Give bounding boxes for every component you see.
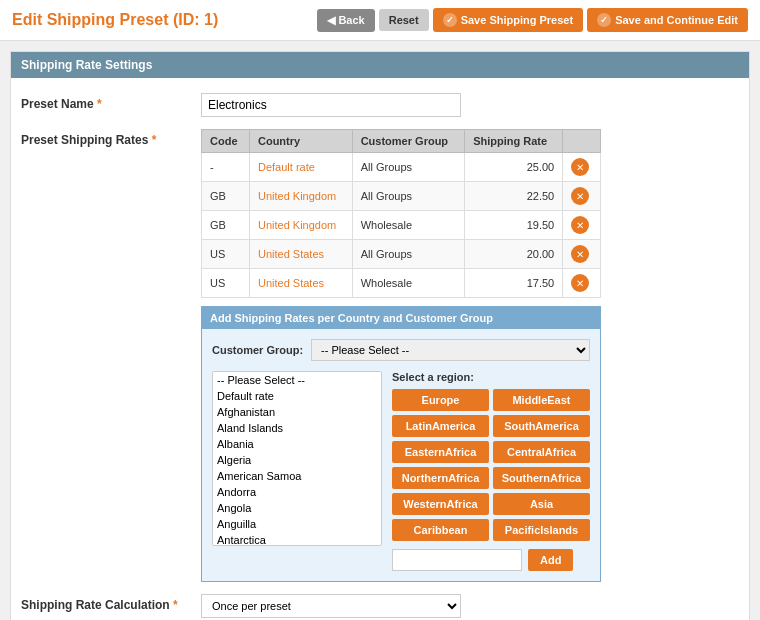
check-icon: ✓: [443, 13, 457, 27]
col-header-country: Country: [249, 130, 352, 153]
main-content: Shipping Rate Settings Preset Name * Pre…: [0, 41, 760, 620]
rate-delete-cell: ✕: [563, 211, 601, 240]
required-star-3: *: [173, 598, 178, 612]
add-rates-title: Add Shipping Rates per Country and Custo…: [202, 307, 600, 329]
rates-table-header-row: Code Country Customer Group Shipping Rat…: [202, 130, 601, 153]
country-list[interactable]: -- Please Select --Default rateAfghanist…: [212, 371, 382, 546]
required-star: *: [97, 97, 102, 111]
shipping-rate-settings-section: Shipping Rate Settings Preset Name * Pre…: [10, 51, 750, 620]
rate-country: Default rate: [249, 153, 352, 182]
region-button[interactable]: EasternAfrica: [392, 441, 489, 463]
rate-country-link[interactable]: Default rate: [258, 161, 315, 173]
rate-country-link[interactable]: United States: [258, 248, 324, 260]
rate-country: United States: [249, 240, 352, 269]
preset-shipping-rates-row: Preset Shipping Rates * Code Country Cus…: [21, 129, 739, 582]
save-shipping-preset-button[interactable]: ✓ Save Shipping Preset: [433, 8, 583, 32]
add-rates-box: Add Shipping Rates per Country and Custo…: [201, 306, 601, 582]
country-region-row: -- Please Select --Default rateAfghanist…: [212, 371, 590, 571]
rate-delete-cell: ✕: [563, 269, 601, 298]
back-icon: ◀: [327, 14, 335, 26]
preset-shipping-rates-label: Preset Shipping Rates *: [21, 129, 201, 147]
region-button[interactable]: Caribbean: [392, 519, 489, 541]
table-row: GB United Kingdom All Groups 22.50 ✕: [202, 182, 601, 211]
region-button[interactable]: LatinAmerica: [392, 415, 489, 437]
add-rate-button[interactable]: Add: [528, 549, 573, 571]
rate-input-row: Add: [392, 549, 590, 571]
region-wrap: Select a region: EuropeMiddleEastLatinAm…: [392, 371, 590, 571]
rate-value: 20.00: [465, 240, 563, 269]
country-list-wrap: -- Please Select --Default rateAfghanist…: [212, 371, 382, 571]
rate-country: United Kingdom: [249, 211, 352, 240]
header-buttons: ◀ Back Reset ✓ Save Shipping Preset ✓ Sa…: [317, 8, 748, 32]
rate-group: Wholesale: [352, 211, 465, 240]
rate-value: 17.50: [465, 269, 563, 298]
rate-group: All Groups: [352, 182, 465, 211]
col-header-shipping-rate: Shipping Rate: [465, 130, 563, 153]
table-row: - Default rate All Groups 25.00 ✕: [202, 153, 601, 182]
rate-code: GB: [202, 182, 250, 211]
delete-rate-button[interactable]: ✕: [571, 274, 589, 292]
customer-group-select[interactable]: -- Please Select --All GroupsWholesaleRe…: [311, 339, 590, 361]
rate-delete-cell: ✕: [563, 153, 601, 182]
region-button[interactable]: NorthernAfrica: [392, 467, 489, 489]
region-button[interactable]: SouthernAfrica: [493, 467, 590, 489]
delete-rate-button[interactable]: ✕: [571, 216, 589, 234]
rate-code: US: [202, 240, 250, 269]
col-header-customer-group: Customer Group: [352, 130, 465, 153]
region-buttons-grid: EuropeMiddleEastLatinAmericaSouthAmerica…: [392, 389, 590, 541]
rate-value: 22.50: [465, 182, 563, 211]
shipping-rates-wrap: Code Country Customer Group Shipping Rat…: [201, 129, 739, 582]
save-continue-edit-button[interactable]: ✓ Save and Continue Edit: [587, 8, 748, 32]
page-header: Edit Shipping Preset (ID: 1) ◀ Back Rese…: [0, 0, 760, 41]
rate-country-link[interactable]: United Kingdom: [258, 190, 336, 202]
table-row: GB United Kingdom Wholesale 19.50 ✕: [202, 211, 601, 240]
rate-code: GB: [202, 211, 250, 240]
table-row: US United States All Groups 20.00 ✕: [202, 240, 601, 269]
region-button[interactable]: WesternAfrica: [392, 493, 489, 515]
delete-rate-button[interactable]: ✕: [571, 245, 589, 263]
section-header: Shipping Rate Settings: [11, 52, 749, 78]
region-button[interactable]: Asia: [493, 493, 590, 515]
region-button[interactable]: Europe: [392, 389, 489, 411]
rate-country-link[interactable]: United States: [258, 277, 324, 289]
reset-button[interactable]: Reset: [379, 9, 429, 31]
rate-input[interactable]: [392, 549, 522, 571]
delete-rate-button[interactable]: ✕: [571, 158, 589, 176]
region-title: Select a region:: [392, 371, 590, 383]
check-icon-2: ✓: [597, 13, 611, 27]
delete-rate-button[interactable]: ✕: [571, 187, 589, 205]
rates-table: Code Country Customer Group Shipping Rat…: [201, 129, 601, 298]
rate-code: US: [202, 269, 250, 298]
rate-group: All Groups: [352, 153, 465, 182]
section-body: Preset Name * Preset Shipping Rates *: [11, 78, 749, 620]
rate-code: -: [202, 153, 250, 182]
table-row: US United States Wholesale 17.50 ✕: [202, 269, 601, 298]
col-header-code: Code: [202, 130, 250, 153]
rate-group: Wholesale: [352, 269, 465, 298]
rate-value: 25.00: [465, 153, 563, 182]
back-button[interactable]: ◀ Back: [317, 9, 374, 32]
rate-country: United States: [249, 269, 352, 298]
page-title: Edit Shipping Preset (ID: 1): [12, 11, 218, 29]
preset-name-wrap: [201, 93, 739, 117]
preset-name-row: Preset Name *: [21, 93, 739, 117]
col-header-actions: [563, 130, 601, 153]
rate-group: All Groups: [352, 240, 465, 269]
rate-delete-cell: ✕: [563, 182, 601, 211]
region-button[interactable]: CentralAfrica: [493, 441, 590, 463]
customer-group-row: Customer Group: -- Please Select --All G…: [212, 339, 590, 361]
preset-name-input[interactable]: [201, 93, 461, 117]
cg-label: Customer Group:: [212, 344, 303, 356]
rate-country: United Kingdom: [249, 182, 352, 211]
region-button[interactable]: MiddleEast: [493, 389, 590, 411]
rate-country-link[interactable]: United Kingdom: [258, 219, 336, 231]
rate-value: 19.50: [465, 211, 563, 240]
required-star-2: *: [152, 133, 157, 147]
region-button[interactable]: PacificIslands: [493, 519, 590, 541]
preset-name-label: Preset Name *: [21, 93, 201, 111]
rate-delete-cell: ✕: [563, 240, 601, 269]
region-button[interactable]: SouthAmerica: [493, 415, 590, 437]
shipping-rate-calc-label: Shipping Rate Calculation *: [21, 594, 201, 612]
shipping-rate-calc-row: Shipping Rate Calculation * Once per pre…: [21, 594, 739, 618]
shipping-rate-calc-select[interactable]: Once per presetOnce per item: [201, 594, 461, 618]
